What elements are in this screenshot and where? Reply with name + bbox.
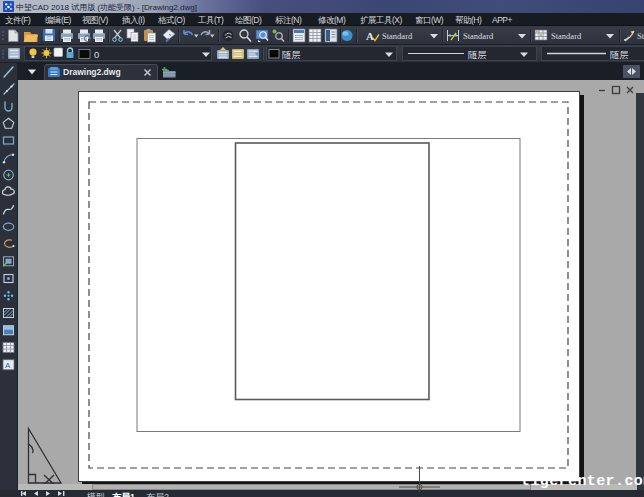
svg-text:随层: 随层 bbox=[468, 49, 487, 60]
svg-text:St: St bbox=[637, 31, 644, 41]
svg-text:0: 0 bbox=[94, 49, 99, 60]
svg-text:随层: 随层 bbox=[610, 49, 629, 60]
svg-text:随层: 随层 bbox=[282, 49, 301, 60]
svg-text:Standard: Standard bbox=[551, 31, 582, 41]
svg-text:Standard: Standard bbox=[382, 31, 413, 41]
svg-text:Standard: Standard bbox=[463, 31, 494, 41]
svg-text:A: A bbox=[5, 361, 11, 370]
svg-text:A: A bbox=[366, 30, 374, 42]
